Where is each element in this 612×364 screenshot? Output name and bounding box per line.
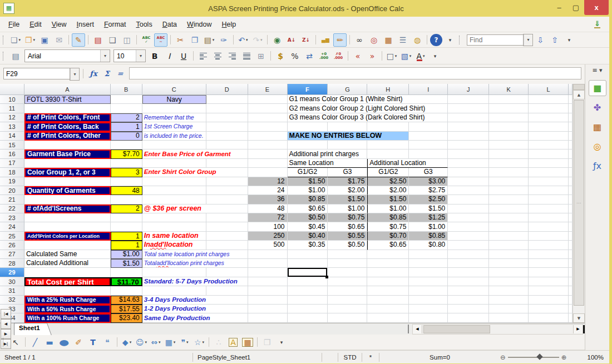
cell-L32[interactable] [529,296,569,305]
select-all-corner[interactable] [0,84,24,95]
cell-H26[interactable]: $0.65 [367,241,409,250]
cell-G34[interactable] [328,313,367,322]
cell-A11[interactable] [24,104,111,113]
cell-F21[interactable]: $0.85 [288,195,328,204]
cell-B13[interactable]: 1 [111,122,142,131]
print-button[interactable]: ❑ [106,33,119,47]
font-color-dropdown[interactable]: ▾ [423,54,425,58]
cell-F24[interactable]: $0.45 [288,222,328,231]
callouts-button[interactable]: ❞▾ [178,336,191,349]
cell-F34[interactable] [288,313,328,322]
cell-B24[interactable] [111,222,142,231]
cell-A34[interactable]: With a 100% Rush Charge [24,313,111,322]
cell-F12[interactable]: G3 means Color Group 3 (Dark Colored Shi… [288,113,448,122]
row-header-27[interactable]: 27 [0,250,24,259]
close-button[interactable]: x [584,0,609,15]
cell-H18[interactable]: G1/G2 [367,168,409,177]
cell-J14[interactable] [448,132,489,141]
export-as-pdf-button[interactable]: ▤ [91,33,105,47]
sidebar-styles-and-formatting-button[interactable]: ✤ [589,99,606,116]
cell-E14[interactable] [248,132,288,141]
cell-B28[interactable]: $1.50 [111,259,142,268]
cell-K33[interactable] [489,305,529,313]
row-header-22[interactable]: 22 [0,205,24,213]
row-header-14[interactable]: 14 [0,132,24,141]
cell-L28[interactable] [529,259,569,268]
cell-J24[interactable] [448,222,489,231]
cell-B32[interactable]: $14.63 [111,296,142,305]
cell-A31[interactable] [24,286,111,295]
row-header-28[interactable]: 28 [0,259,24,268]
cell-A16[interactable]: Garment Base Price [24,149,111,158]
cell-J19[interactable] [448,177,489,186]
cell-E16[interactable] [248,149,288,158]
col-header-J[interactable]: J [448,84,489,95]
cell-K22[interactable] [489,205,529,213]
font-name-dropdown[interactable]: ▾ [100,50,110,62]
cell-D20[interactable] [206,186,248,195]
cell-G25[interactable]: $0.55 [328,232,367,241]
cell-F14[interactable]: MAKE NO ENTRIES BELOW [288,132,409,141]
cell-B34[interactable]: $23.40 [111,313,142,322]
cell-K25[interactable] [489,232,529,241]
block-arrows-button[interactable]: ⇔▾ [149,336,162,349]
cell-A26[interactable] [24,241,111,250]
row-header-20[interactable]: 20 [0,186,24,195]
cell-A24[interactable] [24,222,111,231]
cell-C33[interactable]: 1-2 Days Production [142,305,248,313]
cell-F11[interactable]: G2 means Color Group 2 (Light Colored Sh… [288,104,448,113]
cell-L30[interactable] [529,277,569,286]
cell-H33[interactable] [367,305,409,313]
cell-B30[interactable]: $11.70 [111,277,142,286]
cell-C15[interactable] [142,141,206,149]
col-header-B[interactable]: B [111,84,142,95]
row-header-19[interactable]: 19 [0,177,24,186]
cell-A30[interactable]: Total Cost per Shirt [24,277,111,286]
callouts-dropdown[interactable]: ▾ [186,340,189,345]
cell-H20[interactable]: $2.00 [367,186,409,195]
cell-E21[interactable]: 36 [248,195,288,204]
zoom-in-button[interactable]: ⊕ [561,353,567,361]
cell-I21[interactable]: $2.50 [409,195,448,204]
cell-A27[interactable]: Calculated Same [24,250,111,259]
font-size-dropdown[interactable]: ▾ [136,50,145,62]
cell-D25[interactable] [206,232,248,241]
cell-C26[interactable]: In add'l location [142,241,206,250]
cell-I26[interactable]: $0.80 [409,241,448,250]
cell-C31[interactable] [142,286,206,295]
cell-I13[interactable] [409,122,448,131]
formatting-toolbar-options-button[interactable]: ▾ [428,49,442,63]
cell-B31[interactable] [111,286,142,295]
cell-A28[interactable]: Calculated Additional [24,259,111,268]
cell-J11[interactable] [448,104,489,113]
find-and-replace-button[interactable]: ∞ [353,33,366,47]
cell-G13[interactable] [328,122,367,131]
cell-G21[interactable]: $1.50 [328,195,367,204]
cell-K34[interactable] [489,313,529,322]
cell-K10[interactable] [489,95,529,104]
cell-D26[interactable] [206,241,248,250]
cell-E25[interactable]: 250 [248,232,288,241]
col-header-K[interactable]: K [489,84,529,95]
find-previous-button[interactable]: ⇧ [548,33,561,47]
cell-F26[interactable]: $0.35 [288,241,328,250]
row-header-25[interactable]: 25 [0,232,24,241]
cell-H28[interactable] [367,259,409,268]
cell-K23[interactable] [489,213,529,222]
find-dropdown[interactable]: ▾ [524,34,532,46]
col-header-F[interactable]: F [288,84,328,95]
cell-F27[interactable] [288,250,328,259]
add-decimal-place-button[interactable]: +0.000 [317,49,330,63]
cell-K21[interactable] [489,195,529,204]
cell-D19[interactable] [206,177,248,186]
styles-and-formatting-button[interactable]: ▤ [9,49,22,63]
borders-button[interactable]: □▾ [385,49,398,63]
function-wizard-button[interactable]: ƒx [87,67,100,79]
row-header-26[interactable]: 26 [0,241,24,250]
cell-B14[interactable]: 0 [111,132,142,141]
cell-C11[interactable] [142,104,206,113]
cell-A15[interactable] [24,141,111,149]
cell-B26[interactable]: 1 [111,241,142,250]
horizontal-scrollbar[interactable]: ◀ ▶ [412,324,583,335]
cell-H27[interactable] [367,250,409,259]
